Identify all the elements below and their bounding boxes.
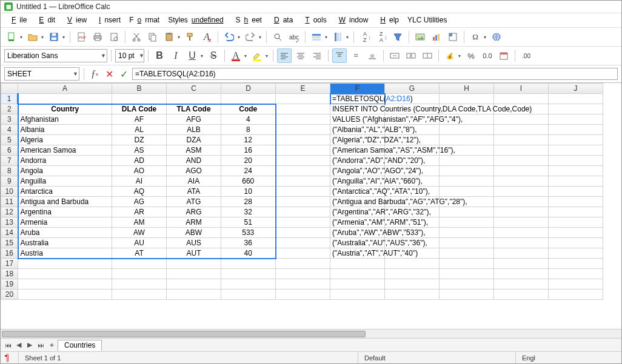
cell-J11[interactable] [549,197,603,207]
cell-C12[interactable]: ARG [167,207,221,217]
image-icon[interactable] [413,30,427,44]
strike-button[interactable]: S [206,48,221,63]
cell-C2[interactable]: TLA Code [167,104,221,114]
highlight-color-button[interactable] [250,48,264,63]
cell-E19[interactable] [276,279,330,290]
cell-C4[interactable]: ALB [167,125,221,135]
autofilter-icon[interactable] [390,30,405,44]
copy-icon[interactable] [145,30,160,44]
tab-prev-button[interactable]: ◀ [14,340,24,350]
cell-G18[interactable] [385,269,440,279]
cell-J2[interactable] [549,104,603,114]
cell-A10[interactable]: Antarctica [18,187,112,197]
cell-A2[interactable]: Country [18,104,112,114]
row-header-3[interactable]: 3 [1,114,18,125]
cell-D15[interactable]: 36 [221,238,276,248]
menu-insert[interactable]: Insert [92,15,124,25]
cell-E8[interactable] [276,166,330,176]
unmerge-cells-button[interactable] [404,48,418,63]
cell-E13[interactable] [276,217,330,228]
cell-G6[interactable] [385,145,440,156]
cell-H10[interactable] [440,187,494,197]
cell-C8[interactable]: AGO [167,166,221,176]
cell-I10[interactable] [494,187,549,197]
cell-I9[interactable] [494,176,549,187]
cell-D18[interactable] [221,269,276,279]
open-icon[interactable] [25,30,40,44]
cell-E18[interactable] [276,269,330,279]
horizontal-scrollbar[interactable] [1,329,621,338]
hyperlink-icon[interactable] [489,30,504,44]
cell-F13[interactable]: ("Armenia","AM","ARM","51"), [330,217,385,228]
cell-C17[interactable] [167,259,221,269]
cell-G7[interactable] [385,156,440,166]
menu-ylcutilities[interactable]: YLC Utilities [404,15,450,25]
cell-F16[interactable]: ("Austria","AT","AUT","40") [330,248,385,259]
italic-button[interactable]: I [169,48,183,63]
menu-sheet[interactable]: Sheet [232,15,266,25]
paste-drop[interactable]: ▾ [176,35,181,40]
bold-button[interactable]: B [152,48,167,63]
cell-B3[interactable]: AF [112,114,167,125]
cancel-button[interactable]: ✕ [103,68,115,80]
cell-G16[interactable] [385,248,440,259]
valign-middle-button[interactable] [349,48,363,63]
row-header-7[interactable]: 7 [1,156,18,166]
cell-H14[interactable] [440,228,494,238]
tab-last-button[interactable]: ⏭ [36,340,45,350]
font-color-button[interactable]: A [229,48,243,63]
cell-B16[interactable]: AT [112,248,167,259]
cell-F6[interactable]: ("American Samoa","AS","ASM","16"), [330,145,385,156]
cell-G8[interactable] [385,166,440,176]
add-sheet-button[interactable]: ＋ [47,340,56,350]
col-header-G[interactable]: G [385,84,440,94]
row-header-6[interactable]: 6 [1,145,18,156]
col-header-F[interactable]: F [330,84,385,94]
align-right-button[interactable] [310,48,324,63]
cell-I18[interactable] [494,269,549,279]
cell-E15[interactable] [276,238,330,248]
cell-A3[interactable]: Afghanistan [18,114,112,125]
cell-F8[interactable]: ("Angola","AO","AGO","24"), [330,166,385,176]
cell-D7[interactable]: 20 [221,156,276,166]
name-box-input[interactable] [7,70,70,78]
cell-J7[interactable] [549,156,603,166]
merge-cells-button[interactable] [387,48,402,63]
cell-D6[interactable]: 16 [221,145,276,156]
accept-button[interactable]: ✓ [118,68,130,80]
cell-F18[interactable] [330,269,385,279]
clone-format-icon[interactable] [183,30,198,44]
cell-F9[interactable]: ("Anguilla","AI","AIA","660"), [330,176,385,187]
cell-D20[interactable] [221,290,276,300]
cell-I15[interactable] [494,238,549,248]
formula-input[interactable] [132,68,618,80]
date-button[interactable] [497,48,511,63]
cell-I14[interactable] [494,228,549,238]
cell-A5[interactable]: Algeria [18,135,112,145]
cell-H13[interactable] [440,217,494,228]
row-header-17[interactable]: 17 [1,259,18,269]
cell-G17[interactable] [385,259,440,269]
clear-format-icon[interactable]: A✕ [199,30,214,44]
col-header-E[interactable]: E [276,84,330,94]
menu-tools[interactable]: Tools [298,15,330,25]
row-header-1[interactable]: 1 [1,94,18,104]
cell-J12[interactable] [549,207,603,217]
redo-drop[interactable]: ▾ [258,35,263,40]
cell-E9[interactable] [276,176,330,187]
cell-G13[interactable] [385,217,440,228]
cell-A4[interactable]: Albania [18,125,112,135]
cell-H9[interactable] [440,176,494,187]
tab-next-button[interactable]: ▶ [25,340,35,350]
cell-J10[interactable] [549,187,603,197]
print-icon[interactable] [90,30,105,44]
cell-I7[interactable] [494,156,549,166]
cell-H6[interactable] [440,145,494,156]
cell-C6[interactable]: ASM [167,145,221,156]
cell-E4[interactable] [276,125,330,135]
cell-I5[interactable] [494,135,549,145]
cell-E14[interactable] [276,228,330,238]
cell-I1[interactable] [494,94,549,104]
cell-F12[interactable]: ("Argentina","AR","ARG","32"), [330,207,385,217]
font-size-input[interactable] [118,51,136,60]
